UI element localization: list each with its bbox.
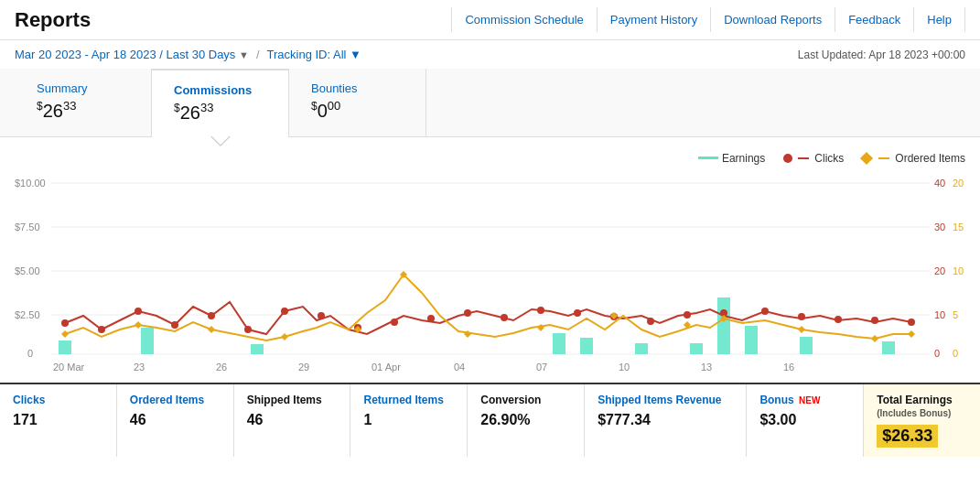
legend-ordered: Ordered Items <box>862 152 965 165</box>
svg-text:10: 10 <box>934 309 945 320</box>
nav-download-reports[interactable]: Download Reports <box>710 7 835 32</box>
svg-text:01 Apr: 01 Apr <box>372 362 401 373</box>
svg-text:$2.50: $2.50 <box>15 309 40 320</box>
svg-text:04: 04 <box>454 362 465 373</box>
svg-point-50 <box>391 319 398 326</box>
svg-text:40: 40 <box>934 178 945 189</box>
tab-summary-label: Summary <box>37 81 129 95</box>
svg-point-54 <box>537 307 544 314</box>
tab-commissions[interactable]: Commissions $2633 <box>152 69 289 136</box>
stat-returned-value: 1 <box>363 412 454 428</box>
svg-marker-78 <box>908 330 915 338</box>
svg-text:5: 5 <box>953 309 958 320</box>
svg-rect-38 <box>745 326 758 354</box>
svg-text:16: 16 <box>783 362 794 373</box>
clicks-legend-dot <box>783 154 792 163</box>
svg-text:0: 0 <box>934 348 940 359</box>
tracking-chevron-icon: ▼ <box>350 48 361 61</box>
tab-active-arrow-inner <box>212 136 229 145</box>
svg-text:29: 29 <box>298 362 309 373</box>
legend-earnings: Earnings <box>698 152 765 165</box>
svg-text:$7.50: $7.50 <box>15 221 40 232</box>
stat-shipped-value: 46 <box>247 412 338 428</box>
tab-summary[interactable]: Summary $2633 <box>15 69 152 136</box>
svg-point-58 <box>684 311 691 319</box>
subheader: Mar 20 2023 - Apr 18 2023 / Last 30 Days… <box>0 40 980 69</box>
svg-point-64 <box>908 319 915 326</box>
stat-total-label: Total Earnings (Includes Bonus) <box>877 394 967 419</box>
svg-point-41 <box>61 319 69 327</box>
header-nav: Commission Schedule Payment History Down… <box>451 7 965 32</box>
svg-marker-76 <box>798 326 805 333</box>
svg-point-51 <box>427 315 435 322</box>
last-updated: Last Updated: Apr 18 2023 +00:00 <box>798 49 965 61</box>
header: Reports Commission Schedule Payment Hist… <box>0 0 980 40</box>
stat-total-value: $26.33 <box>877 425 938 448</box>
tab-commissions-label: Commissions <box>174 83 266 97</box>
svg-marker-67 <box>208 326 215 333</box>
tracking-id-selector[interactable]: Tracking ID: All ▼ <box>267 48 361 61</box>
stat-ordered-label: Ordered Items <box>130 394 221 406</box>
svg-point-42 <box>98 326 105 333</box>
svg-rect-31 <box>141 328 154 354</box>
stat-conversion-value: 26.90% <box>480 412 571 428</box>
svg-text:20: 20 <box>934 265 945 276</box>
stat-bonus: Bonus NEW $3.00 <box>747 384 864 457</box>
clicks-legend-line <box>798 157 809 159</box>
svg-text:20 Mar: 20 Mar <box>53 362 85 373</box>
nav-help[interactable]: Help <box>913 7 965 32</box>
ordered-legend-diamond <box>860 152 873 165</box>
svg-point-63 <box>871 317 878 324</box>
stat-shipped: Shipped Items 46 <box>234 384 351 457</box>
tab-bounties[interactable]: Bounties $000 <box>289 69 426 136</box>
main-chart: $10.00 $7.50 $5.00 $2.50 0 40 30 20 10 0… <box>15 174 965 375</box>
svg-point-61 <box>798 313 805 320</box>
stats-footer: Clicks 171 Ordered Items 46 Shipped Item… <box>0 383 980 457</box>
stat-revenue: Shipped Items Revenue $777.34 <box>585 384 747 457</box>
svg-text:10: 10 <box>619 362 630 373</box>
svg-text:26: 26 <box>216 362 227 373</box>
ordered-legend-line <box>878 157 889 159</box>
tab-commissions-value: $2633 <box>174 101 266 124</box>
page-title: Reports <box>15 8 91 32</box>
subheader-left: Mar 20 2023 - Apr 18 2023 / Last 30 Days… <box>15 48 361 61</box>
stat-bonus-value: $3.00 <box>759 412 850 428</box>
summary-tabs: Summary $2633 Commissions $2633 Bounties… <box>0 69 980 137</box>
stat-revenue-label: Shipped Items Revenue <box>598 394 733 406</box>
svg-rect-30 <box>59 340 71 354</box>
svg-rect-32 <box>251 344 264 354</box>
svg-marker-68 <box>281 333 288 340</box>
svg-rect-35 <box>635 343 648 354</box>
svg-text:0: 0 <box>27 348 33 359</box>
nav-feedback[interactable]: Feedback <box>835 7 913 32</box>
chart-container: Earnings Clicks Ordered Items $10.00 $7.… <box>0 137 980 383</box>
svg-point-48 <box>318 312 325 319</box>
svg-marker-77 <box>871 335 878 342</box>
svg-point-62 <box>835 316 842 323</box>
svg-marker-65 <box>61 330 69 338</box>
svg-text:$10.00: $10.00 <box>15 178 46 189</box>
svg-point-47 <box>281 308 288 315</box>
stat-revenue-value: $777.34 <box>598 412 733 428</box>
svg-point-46 <box>244 326 252 333</box>
stat-returned-label: Returned Items <box>363 394 454 406</box>
nav-commission-schedule[interactable]: Commission Schedule <box>451 7 596 32</box>
svg-rect-40 <box>882 341 895 354</box>
stat-total: Total Earnings (Includes Bonus) $26.33 <box>864 384 980 457</box>
bonus-new-badge: NEW <box>799 395 820 405</box>
stat-conversion-label: Conversion <box>480 394 571 406</box>
nav-payment-history[interactable]: Payment History <box>597 7 710 32</box>
earnings-legend-line <box>698 157 718 159</box>
svg-marker-66 <box>135 321 142 329</box>
separator: / <box>256 48 260 61</box>
date-range-selector[interactable]: Mar 20 2023 - Apr 18 2023 / Last 30 Days… <box>15 48 249 61</box>
legend-clicks: Clicks <box>783 152 844 165</box>
date-range-chevron-icon: ▼ <box>239 49 249 60</box>
svg-text:30: 30 <box>934 221 945 232</box>
svg-point-43 <box>135 308 142 315</box>
stat-ordered-value: 46 <box>130 412 221 428</box>
tab-bounties-label: Bounties <box>311 81 404 95</box>
svg-text:$5.00: $5.00 <box>15 265 40 276</box>
tab-summary-value: $2633 <box>37 99 129 122</box>
svg-text:13: 13 <box>701 362 712 373</box>
